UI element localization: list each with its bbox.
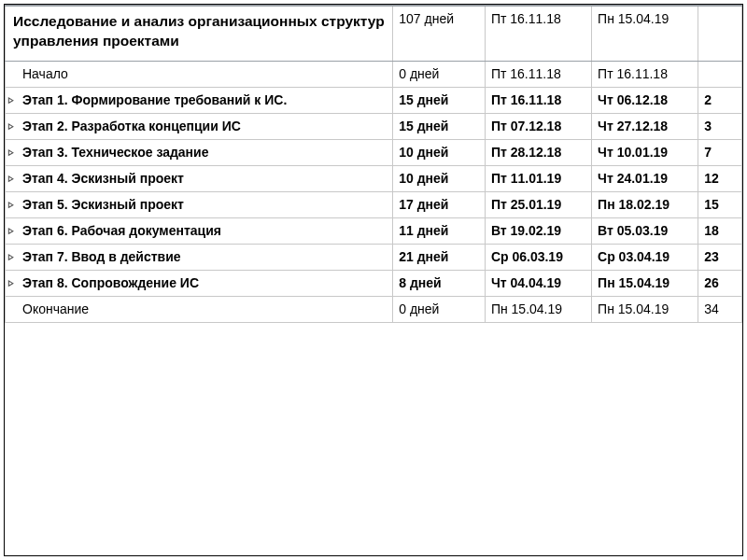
table-row[interactable]: Этап 3. Техническое задание10 днейПт 28.… xyxy=(6,139,742,165)
task-end-cell: Чт 10.01.19 xyxy=(592,139,698,165)
table-row[interactable]: Этап 1. Формирование требований к ИС.15 … xyxy=(6,87,742,113)
task-name-cell: Окончание xyxy=(6,296,393,322)
task-duration-cell: 10 дней xyxy=(393,139,486,165)
task-end-cell: Чт 06.12.18 xyxy=(592,87,698,113)
task-start-cell: Пт 11.01.19 xyxy=(485,165,591,191)
task-duration-cell: 11 дней xyxy=(393,217,486,244)
task-start-cell: Пт 07.12.18 xyxy=(485,113,591,139)
table-row[interactable]: Этап 5. Эскизный проект17 днейПт 25.01.1… xyxy=(6,191,742,217)
task-start-cell: Ср 06.03.19 xyxy=(485,244,591,270)
task-start-cell: Чт 04.04.19 xyxy=(485,270,591,296)
task-name-cell: Этап 8. Сопровождение ИС xyxy=(6,270,393,296)
table-row[interactable]: Этап 6. Рабочая документация11 днейВт 19… xyxy=(6,217,742,244)
task-end-cell: Пн 18.02.19 xyxy=(592,191,698,217)
task-end-cell: Пн 15.04.19 xyxy=(592,270,698,296)
task-table: Исследование и анализ организационных ст… xyxy=(5,5,742,323)
summary-end: Пн 15.04.19 xyxy=(592,6,698,61)
table-row[interactable]: Начало0 днейПт 16.11.18Пт 16.11.18 xyxy=(6,61,742,87)
task-duration-cell: 10 дней xyxy=(393,165,486,191)
task-duration-cell: 8 дней xyxy=(393,270,486,296)
task-end-cell: Чт 27.12.18 xyxy=(592,113,698,139)
task-duration-cell: 0 дней xyxy=(393,296,486,322)
task-duration-cell: 15 дней xyxy=(393,113,486,139)
task-name-cell: Этап 1. Формирование требований к ИС. xyxy=(6,87,393,113)
task-num-cell: 18 xyxy=(698,217,742,244)
task-duration-cell: 17 дней xyxy=(393,191,486,217)
summary-num xyxy=(698,6,742,61)
task-end-cell: Пт 16.11.18 xyxy=(592,61,698,87)
task-num-cell: 15 xyxy=(698,191,742,217)
task-end-cell: Чт 24.01.19 xyxy=(592,165,698,191)
summary-name: Исследование и анализ организационных ст… xyxy=(6,6,393,61)
task-start-cell: Пт 16.11.18 xyxy=(485,87,591,113)
summary-duration: 107 дней xyxy=(393,6,486,61)
task-start-cell: Пт 28.12.18 xyxy=(485,139,591,165)
summary-start: Пт 16.11.18 xyxy=(485,6,591,61)
task-name-cell: Этап 3. Техническое задание xyxy=(6,139,393,165)
task-num-cell: 2 xyxy=(698,87,742,113)
task-num-cell: 12 xyxy=(698,165,742,191)
task-duration-cell: 0 дней xyxy=(393,61,486,87)
task-end-cell: Вт 05.03.19 xyxy=(592,217,698,244)
task-duration-cell: 21 дней xyxy=(393,244,486,270)
task-name-cell: Этап 6. Рабочая документация xyxy=(6,217,393,244)
task-num-cell: 26 xyxy=(698,270,742,296)
task-num-cell: 3 xyxy=(698,113,742,139)
task-duration-cell: 15 дней xyxy=(393,87,486,113)
summary-row[interactable]: Исследование и анализ организационных ст… xyxy=(6,6,742,61)
table-row[interactable]: Окончание0 днейПн 15.04.19Пн 15.04.1934 xyxy=(6,296,742,322)
task-name-cell: Этап 5. Эскизный проект xyxy=(6,191,393,217)
task-num-cell: 34 xyxy=(698,296,742,322)
task-start-cell: Пн 15.04.19 xyxy=(485,296,591,322)
task-end-cell: Пн 15.04.19 xyxy=(592,296,698,322)
project-plan-frame: Исследование и анализ организационных ст… xyxy=(4,4,743,556)
task-name-cell: Этап 7. Ввод в действие xyxy=(6,244,393,270)
task-num-cell xyxy=(698,61,742,87)
task-start-cell: Вт 19.02.19 xyxy=(485,217,591,244)
task-name-cell: Этап 4. Эскизный проект xyxy=(6,165,393,191)
task-start-cell: Пт 16.11.18 xyxy=(485,61,591,87)
task-num-cell: 7 xyxy=(698,139,742,165)
task-start-cell: Пт 25.01.19 xyxy=(485,191,591,217)
task-end-cell: Ср 03.04.19 xyxy=(592,244,698,270)
task-name-cell: Начало xyxy=(6,61,393,87)
task-num-cell: 23 xyxy=(698,244,742,270)
table-row[interactable]: Этап 4. Эскизный проект10 днейПт 11.01.1… xyxy=(6,165,742,191)
table-row[interactable]: Этап 7. Ввод в действие21 днейСр 06.03.1… xyxy=(6,244,742,270)
table-row[interactable]: Этап 2. Разработка концепции ИС15 днейПт… xyxy=(6,113,742,139)
task-name-cell: Этап 2. Разработка концепции ИС xyxy=(6,113,393,139)
task-table-body: Исследование и анализ организационных ст… xyxy=(6,6,742,322)
table-row[interactable]: Этап 8. Сопровождение ИС8 днейЧт 04.04.1… xyxy=(6,270,742,296)
